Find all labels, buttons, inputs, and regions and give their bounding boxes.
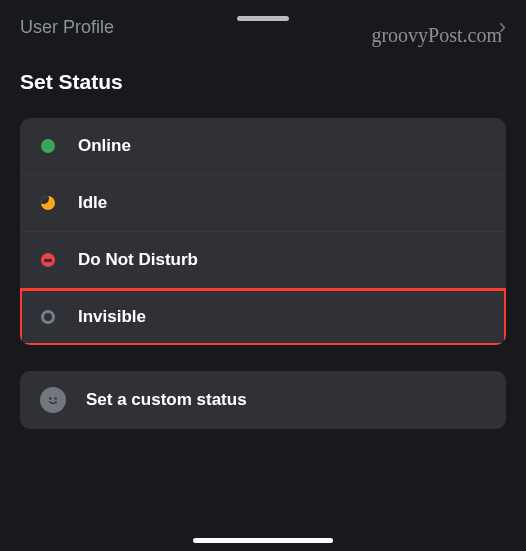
dnd-icon — [40, 252, 56, 268]
status-option-dnd[interactable]: Do Not Disturb — [20, 232, 506, 289]
status-label: Do Not Disturb — [78, 250, 198, 270]
online-icon — [40, 138, 56, 154]
svg-point-2 — [54, 397, 56, 399]
custom-status-label: Set a custom status — [86, 390, 247, 410]
home-indicator[interactable] — [193, 538, 333, 543]
status-label: Invisible — [78, 307, 146, 327]
status-list: Online Idle Do Not Disturb Invisible — [20, 118, 506, 345]
idle-icon — [40, 195, 56, 211]
chevron-right-icon[interactable]: › — [499, 14, 506, 40]
status-option-online[interactable]: Online — [20, 118, 506, 175]
section-title: Set Status — [0, 50, 526, 118]
sheet-header: User Profile › — [0, 0, 526, 50]
status-label: Online — [78, 136, 131, 156]
emoji-icon — [40, 387, 66, 413]
svg-point-0 — [45, 392, 62, 409]
svg-point-1 — [49, 397, 51, 399]
set-custom-status-button[interactable]: Set a custom status — [20, 371, 506, 429]
status-option-idle[interactable]: Idle — [20, 175, 506, 232]
back-label[interactable]: User Profile — [20, 17, 114, 38]
invisible-icon — [40, 309, 56, 325]
status-label: Idle — [78, 193, 107, 213]
status-option-invisible[interactable]: Invisible — [20, 289, 506, 345]
drag-handle[interactable] — [237, 16, 289, 21]
